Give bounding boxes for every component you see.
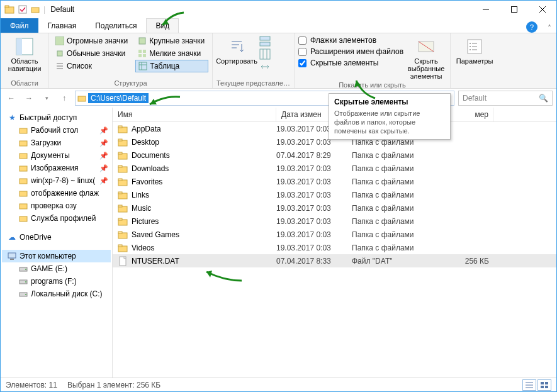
navigation-tree[interactable]: ★ Быстрый доступ Рабочий стол📌Загрузки📌Д…	[1, 108, 113, 378]
file-type: Папка с файлами	[352, 244, 444, 252]
tree-item[interactable]: Рабочий стол📌	[13, 124, 111, 137]
file-row[interactable]: Videos19.03.2017 0:03Папка с файлами	[113, 241, 556, 254]
pin-icon: 📌	[99, 139, 108, 147]
add-columns-icon[interactable]	[259, 48, 271, 60]
group-by-icon[interactable]	[259, 36, 271, 47]
file-name: Videos	[132, 244, 154, 252]
back-button[interactable]: ←	[4, 91, 18, 105]
qat-checkbox-icon[interactable]	[18, 5, 27, 14]
folder-icon	[118, 177, 128, 187]
file-row[interactable]: Music19.03.2017 0:03Папка с файлами	[113, 201, 556, 215]
computer-icon	[7, 251, 17, 261]
statusbar-details-view[interactable]	[522, 379, 536, 391]
svg-rect-80	[541, 386, 544, 388]
qat-folder-icon[interactable]	[31, 5, 40, 14]
file-name: Links	[132, 191, 149, 199]
col-name[interactable]: Имя	[113, 108, 276, 121]
navigation-pane-button[interactable]: Область навигации	[4, 35, 45, 78]
file-type: Папка с файлами	[352, 230, 444, 239]
pin-icon: 📌	[99, 152, 108, 160]
file-row[interactable]: Saved Games19.03.2017 0:03Папка с файлам…	[113, 228, 556, 241]
hide-icon	[417, 37, 436, 56]
checkbox-file-extensions[interactable]: Расширения имен файлов	[298, 47, 403, 56]
tree-item[interactable]: Документы📌	[13, 149, 111, 162]
close-button[interactable]	[528, 1, 556, 18]
collapse-ribbon-icon[interactable]: ˄	[543, 24, 556, 33]
tooltip-title: Скрытые элементы	[334, 98, 445, 106]
file-name: Favorites	[132, 177, 162, 186]
svg-rect-13	[138, 50, 142, 53]
maximize-button[interactable]	[500, 1, 528, 18]
titlebar: | Default	[1, 1, 556, 18]
svg-rect-16	[143, 54, 146, 57]
minimize-button[interactable]	[471, 1, 500, 18]
tree-drive[interactable]: GAME (E:)	[13, 262, 111, 275]
file-date: 19.03.2017 0:03	[276, 191, 352, 199]
search-icon: 🔍	[539, 94, 548, 103]
svg-rect-81	[545, 386, 548, 388]
svg-rect-3	[31, 8, 39, 13]
folder-icon	[18, 163, 28, 173]
pin-icon: 📌	[99, 177, 108, 185]
file-date: 19.03.2017 0:03	[276, 244, 352, 252]
svg-rect-27	[260, 42, 270, 46]
file-name: Music	[132, 204, 151, 213]
forward-button[interactable]: →	[22, 91, 36, 105]
svg-rect-12	[57, 51, 62, 56]
file-name: Desktop	[132, 138, 159, 147]
tooltip-body: Отображение или скрытие файлов и папок, …	[334, 109, 420, 135]
tree-this-pc[interactable]: Этот компьютер	[2, 250, 111, 262]
file-row[interactable]: Documents07.04.2017 8:29Папка с файлами	[113, 148, 556, 162]
statusbar-icons-view[interactable]	[537, 379, 551, 391]
file-date: 19.03.2017 0:03	[276, 204, 352, 213]
tree-item[interactable]: проверка озу	[13, 199, 111, 212]
tab-share[interactable]: Поделиться	[86, 18, 146, 33]
tab-file[interactable]: Файл	[1, 18, 38, 33]
help-icon[interactable]: ?	[526, 21, 537, 33]
view-list[interactable]: Список	[53, 60, 132, 72]
folder-icon	[18, 213, 28, 223]
tree-quick-access[interactable]: ★ Быстрый доступ	[2, 111, 111, 124]
view-huge[interactable]: Огромные значки	[53, 35, 132, 47]
file-date: 07.04.2017 8:33	[276, 257, 352, 266]
sort-button[interactable]: Сортировать	[217, 35, 257, 78]
options-button[interactable]: Параметры	[454, 35, 495, 78]
tree-drive[interactable]: programs (F:)	[13, 275, 111, 288]
svg-rect-40	[20, 154, 27, 159]
file-row[interactable]: NTUSER.DAT07.04.2017 8:33Файл "DAT"256 К…	[113, 254, 556, 267]
tree-item[interactable]: Загрузки📌	[13, 137, 111, 149]
view-large[interactable]: Крупные значки	[135, 35, 208, 47]
view-small[interactable]: Мелкие значки	[135, 47, 208, 60]
tab-view[interactable]: Вид	[146, 18, 179, 33]
search-box[interactable]: Default 🔍	[458, 91, 553, 106]
svg-rect-41	[20, 166, 27, 171]
view-normal[interactable]: Обычные значки	[53, 47, 132, 60]
tree-item[interactable]: win(xp-7-8) ~ linux(📌	[13, 174, 111, 187]
address-bar-row: ← → ▾ ↑ C:\Users\Default Default 🔍	[1, 89, 556, 108]
folder-icon	[118, 124, 128, 134]
svg-point-36	[470, 49, 471, 50]
cloud-icon: ☁	[7, 232, 17, 242]
svg-rect-5	[511, 7, 517, 13]
tree-item[interactable]: Служба профилей	[13, 212, 111, 225]
file-row[interactable]: Pictures19.03.2017 0:03Папка с файлами	[113, 215, 556, 228]
size-columns-icon[interactable]	[259, 61, 271, 72]
tab-home[interactable]: Главная	[38, 18, 86, 33]
hide-selected-button[interactable]: Скрыть выбранные элементы	[406, 35, 446, 80]
svg-rect-20	[139, 62, 147, 70]
tree-item[interactable]: отображение флаж	[13, 187, 111, 199]
tree-onedrive[interactable]: ☁ OneDrive	[2, 231, 111, 244]
file-row[interactable]: Downloads19.03.2017 0:03Папка с файлами	[113, 162, 556, 175]
up-button[interactable]: ↑	[57, 91, 71, 105]
svg-rect-63	[118, 179, 122, 181]
checkbox-item-flags[interactable]: Флажки элементов	[298, 36, 403, 45]
file-row[interactable]: Favorites19.03.2017 0:03Папка с файлами	[113, 175, 556, 188]
tree-item[interactable]: Изображения📌	[13, 162, 111, 174]
checkbox-hidden-items[interactable]: Скрытые элементы	[298, 59, 403, 67]
svg-rect-65	[118, 192, 122, 194]
tree-drive[interactable]: Локальный диск (C:)	[13, 288, 111, 300]
view-details[interactable]: Таблица	[135, 60, 208, 72]
file-row[interactable]: Links19.03.2017 0:03Папка с файлами	[113, 188, 556, 201]
col-size[interactable]: мер	[444, 108, 494, 121]
recent-button[interactable]: ▾	[40, 91, 53, 105]
